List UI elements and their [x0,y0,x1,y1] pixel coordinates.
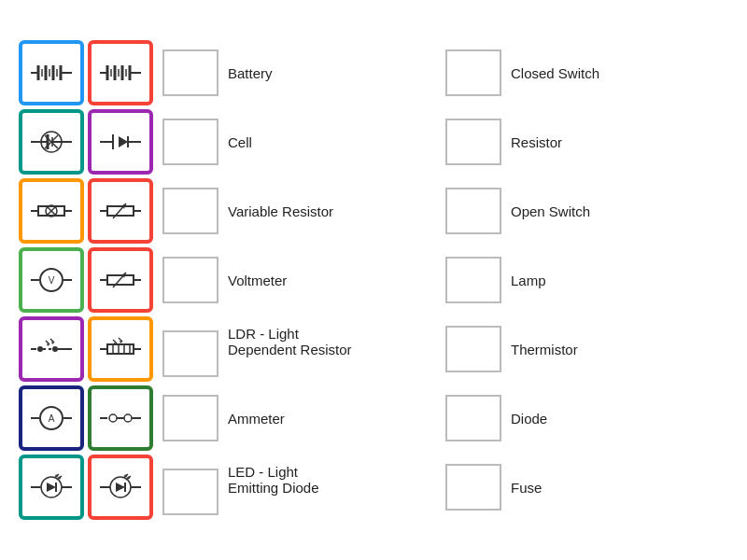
svg-marker-27 [119,136,128,147]
icon-ammeter-1: A [19,385,84,451]
svg-point-51 [37,346,43,352]
label-led: LED - Light Emitting Diode [228,464,319,496]
match-box-varresistor [162,188,218,234]
match-box-voltmeter [162,257,218,303]
match-row-ldr: LDR - Light Dependent Resistor [162,316,445,382]
label-cell: Cell [228,134,252,150]
label-resistor: Resistor [511,134,562,150]
match-box-thermistor [445,326,501,372]
label-ammeter: Ammeter [228,411,285,427]
label-openswitch: Open Switch [511,203,590,219]
icon-voltmeter-1: V [19,247,84,313]
match-columns: Battery Cell Variable Resistor Voltmeter… [162,40,728,520]
match-box-resistor [445,119,501,165]
icon-grid: V [19,40,153,520]
match-row-lamp: Lamp [445,247,728,313]
svg-text:V: V [49,275,55,286]
svg-marker-82 [47,483,56,492]
icon-cell-2 [88,109,153,175]
match-box-cell [162,119,218,165]
icon-battery-2 [88,40,153,105]
svg-rect-46 [107,275,134,285]
icon-battery-1 [19,40,84,105]
match-box-diode [445,395,501,441]
right-match-col: Closed Switch Resistor Open Switch Lamp … [445,40,728,520]
icon-voltmeter-2 [88,247,153,313]
label-varresistor: Variable Resistor [228,203,333,219]
icon-cell-1 [19,109,84,175]
match-row-battery: Battery [162,40,445,105]
label-fuse: Fuse [511,480,542,496]
match-row-openswitch: Open Switch [445,178,728,244]
left-match-col: Battery Cell Variable Resistor Voltmeter… [162,40,445,520]
match-row-voltmeter: Voltmeter [162,247,445,313]
match-row-fuse: Fuse [445,455,728,520]
match-row-varresistor: Variable Resistor [162,178,445,244]
label-closedswitch: Closed Switch [511,65,599,81]
icon-ldr-1 [19,316,84,382]
match-box-lamp [445,257,501,303]
match-box-led [162,469,218,515]
label-diode: Diode [511,411,547,427]
label-battery: Battery [228,65,273,81]
svg-point-54 [52,346,58,352]
label-lamp: Lamp [511,273,546,288]
svg-text:A: A [49,413,55,424]
match-row-cell: Cell [162,109,445,175]
icon-varresistor-1 [19,178,84,244]
icon-varresistor-2 [88,178,153,244]
icon-led-2 [88,455,153,520]
match-box-closedswitch [445,49,501,96]
main-container: V [0,21,747,539]
match-box-fuse [445,464,501,511]
match-row-ammeter: Ammeter [162,385,445,451]
match-row-closedswitch: Closed Switch [445,40,728,105]
label-thermistor: Thermistor [511,342,578,357]
label-ldr: LDR - Light Dependent Resistor [228,326,352,357]
svg-point-78 [124,414,132,422]
icon-led-1 [19,455,84,520]
match-row-thermistor: Thermistor [445,316,728,382]
svg-marker-91 [116,483,125,492]
icon-ammeter-2 [88,385,153,451]
icon-ldr-2 [88,316,153,382]
svg-point-76 [109,414,117,422]
match-box-ldr [162,330,218,377]
label-voltmeter: Voltmeter [228,273,287,288]
match-row-resistor: Resistor [445,109,728,175]
match-box-ammeter [162,395,218,441]
match-row-led: LED - Light Emitting Diode [162,455,445,520]
svg-rect-37 [107,206,134,216]
match-box-battery [162,49,218,96]
match-row-diode: Diode [445,385,728,451]
match-box-openswitch [445,188,501,234]
